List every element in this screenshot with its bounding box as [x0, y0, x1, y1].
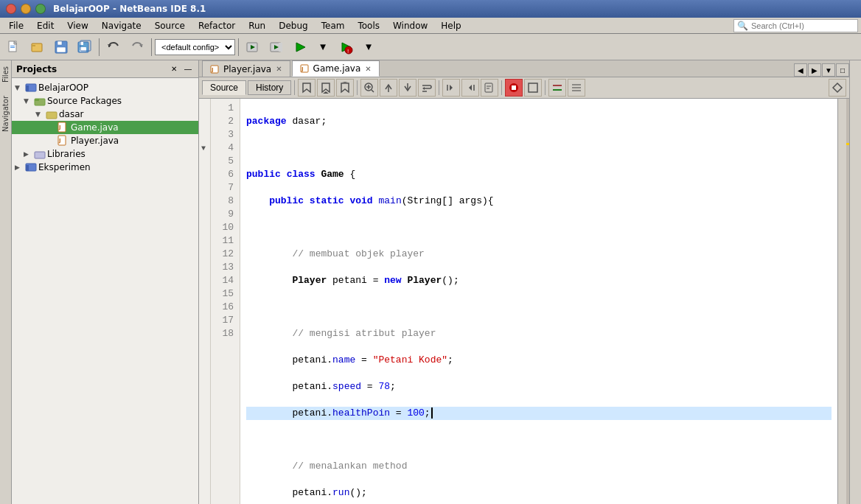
redo-button[interactable]	[126, 37, 148, 57]
navigator-sidebar-tab[interactable]: Navigator	[1, 93, 10, 135]
search-input[interactable]	[751, 21, 854, 30]
menu-view[interactable]: View	[61, 19, 94, 32]
project-panel-minimize[interactable]: —	[182, 64, 194, 74]
svg-marker-69	[833, 83, 842, 92]
tree-item-source-packages[interactable]: ▼ Source Packages	[12, 94, 198, 108]
menu-tools[interactable]: Tools	[352, 19, 386, 32]
minimize-button[interactable]	[21, 4, 31, 14]
close-button[interactable]	[6, 4, 16, 14]
tree-item-libraries[interactable]: ▶ Libraries	[12, 147, 198, 161]
menu-file[interactable]: File	[3, 19, 29, 32]
project-panel-close[interactable]: ✕	[169, 64, 179, 74]
tab-close-player[interactable]: ✕	[276, 65, 282, 73]
source-diff[interactable]	[548, 79, 566, 97]
editor-scrollbar[interactable]	[837, 99, 849, 504]
tree-item-belajaroop[interactable]: ▼ BelajarOOP	[12, 81, 198, 94]
open-button[interactable]	[27, 37, 49, 57]
gutter-space-5	[199, 155, 210, 168]
line-num-5: 5	[214, 155, 234, 168]
code-content[interactable]: package dasar; public class Game { publi…	[240, 99, 837, 504]
toggle-bookmark[interactable]	[298, 79, 316, 97]
menu-edit[interactable]: Edit	[31, 19, 60, 32]
java-file-icon-2: J	[57, 135, 69, 147]
menu-source[interactable]: Source	[149, 19, 191, 32]
source-diff2[interactable]	[568, 79, 585, 97]
tab-game-java[interactable]: J Game.java ✕	[292, 60, 380, 77]
right-sidebar	[849, 60, 861, 504]
search-box[interactable]: 🔍	[733, 19, 858, 32]
line-num-1: 1	[214, 102, 234, 115]
tree-label-game-java: Game.java	[71, 122, 119, 133]
menu-team[interactable]: Team	[316, 19, 351, 32]
run-button[interactable]	[289, 37, 311, 57]
menu-window[interactable]: Window	[387, 19, 433, 32]
clean-build-button[interactable]	[265, 37, 287, 57]
history-tab[interactable]: History	[248, 80, 291, 95]
tree-item-game-java[interactable]: J Game.java	[12, 121, 198, 134]
menu-run[interactable]: Run	[243, 19, 271, 32]
files-sidebar-tab[interactable]: Files	[1, 63, 10, 85]
tab-label-game: Game.java	[313, 63, 361, 74]
go-to-source[interactable]	[481, 79, 498, 97]
expand-editor[interactable]	[829, 79, 846, 97]
svg-rect-28	[46, 112, 57, 119]
new-button[interactable]	[3, 37, 25, 57]
tab-close-game[interactable]: ✕	[365, 65, 371, 73]
svg-marker-40	[303, 83, 310, 92]
tree-item-eksperimen[interactable]: ▶ Eksperimen	[12, 161, 198, 174]
maximize-button[interactable]	[35, 4, 46, 14]
next-bookmark[interactable]	[336, 79, 354, 97]
build-button[interactable]	[242, 37, 264, 57]
square-btn[interactable]	[524, 79, 542, 97]
debug-dropdown[interactable]: ▼	[358, 37, 379, 57]
tree-item-player-java[interactable]: J Player.java	[12, 134, 198, 147]
tab-next-button[interactable]: ▶	[808, 63, 821, 77]
tab-restore-button[interactable]: □	[836, 63, 849, 77]
undo-button[interactable]	[102, 37, 125, 57]
go-to-prev[interactable]	[442, 79, 460, 97]
line-num-13: 13	[214, 261, 234, 274]
code-editor[interactable]: ▼ 1 2 3 4 5 6 7 8 9 10 11 12 13	[199, 99, 849, 504]
svg-rect-3	[10, 47, 15, 48]
menu-debug[interactable]: Debug	[273, 19, 313, 32]
go-source-icon	[484, 82, 495, 94]
save-all-button[interactable]	[74, 37, 96, 57]
prev-occurrence[interactable]	[380, 79, 397, 97]
svg-marker-42	[323, 91, 329, 94]
window-title: BelajarOOP - NetBeans IDE 8.1	[53, 4, 206, 14]
line-num-7: 7	[214, 181, 234, 195]
source-tab[interactable]: Source	[202, 80, 246, 95]
tab-list-button[interactable]: ▼	[822, 63, 835, 77]
project-panel-title: Projects	[16, 64, 57, 74]
tree-item-dasar[interactable]: ▼ dasar	[12, 108, 198, 121]
svg-text:J: J	[58, 125, 61, 130]
svg-rect-5	[32, 45, 35, 46]
tab-player-java[interactable]: J Player.java ✕	[202, 60, 290, 77]
menu-navigate[interactable]: Navigate	[96, 19, 147, 32]
stop-btn[interactable]	[505, 79, 523, 97]
prev-bookmark[interactable]	[317, 79, 335, 97]
debug-button[interactable]: !	[335, 37, 357, 57]
save-button[interactable]	[50, 37, 72, 57]
zoom-in[interactable]	[360, 79, 378, 97]
config-select[interactable]: <default config>	[155, 39, 235, 55]
menu-help[interactable]: Help	[435, 19, 467, 32]
line-num-12: 12	[214, 248, 234, 261]
run-dropdown[interactable]: ▼	[313, 37, 333, 57]
fold-marker-4[interactable]: ▼	[199, 141, 208, 155]
next-occurrence[interactable]	[399, 79, 416, 97]
java-file-icon: J	[57, 122, 69, 133]
gutter-space-2	[199, 115, 210, 128]
toggle-line-wrap[interactable]	[418, 79, 436, 97]
menu-refactor[interactable]: Refactor	[192, 19, 241, 32]
source-toolbar: Source History	[199, 77, 849, 99]
svg-marker-14	[139, 44, 143, 47]
save-all-icon	[77, 40, 92, 55]
tab-prev-button[interactable]: ◀	[794, 63, 807, 77]
svg-rect-25	[26, 85, 29, 91]
gutter-space-3	[199, 128, 210, 141]
source-separator-5	[545, 80, 545, 95]
svg-rect-7	[57, 41, 62, 45]
svg-rect-4	[32, 43, 42, 52]
go-to-next[interactable]	[461, 79, 479, 97]
